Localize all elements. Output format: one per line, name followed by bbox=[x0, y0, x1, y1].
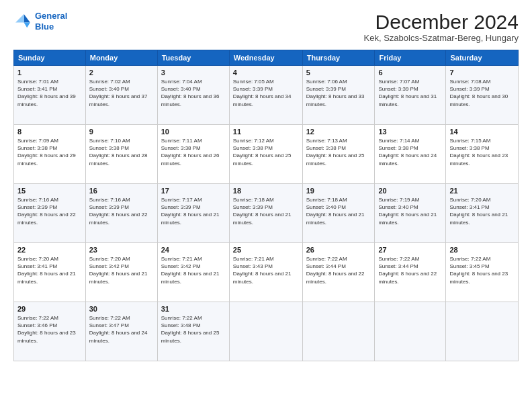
calendar-cell-22: 22 Sunrise: 7:20 AM Sunset: 3:41 PM Dayl… bbox=[14, 243, 86, 302]
day-info: Sunrise: 7:15 AM Sunset: 3:38 PM Dayligh… bbox=[449, 137, 515, 167]
day-info: Sunrise: 7:05 AM Sunset: 3:39 PM Dayligh… bbox=[233, 78, 299, 108]
calendar-cell-20: 20 Sunrise: 7:19 AM Sunset: 3:40 PM Dayl… bbox=[375, 184, 446, 243]
main-title: December 2024 bbox=[364, 11, 519, 33]
day-number: 29 bbox=[17, 305, 82, 313]
day-number: 10 bbox=[161, 128, 226, 136]
calendar-week-3: 15 Sunrise: 7:16 AM Sunset: 3:39 PM Dayl… bbox=[14, 184, 519, 243]
day-number: 30 bbox=[89, 305, 154, 313]
calendar-cell-24: 24 Sunrise: 7:21 AM Sunset: 3:42 PM Dayl… bbox=[157, 243, 229, 302]
col-wednesday: Wednesday bbox=[229, 50, 302, 66]
day-info: Sunrise: 7:22 AM Sunset: 3:47 PM Dayligh… bbox=[89, 314, 154, 345]
day-number: 18 bbox=[233, 187, 299, 195]
day-number: 9 bbox=[89, 128, 154, 136]
calendar-cell-13: 13 Sunrise: 7:14 AM Sunset: 3:38 PM Dayl… bbox=[375, 125, 446, 184]
calendar-cell-18: 18 Sunrise: 7:18 AM Sunset: 3:39 PM Dayl… bbox=[229, 184, 302, 243]
day-number: 25 bbox=[233, 246, 299, 254]
logo: General Blue bbox=[13, 11, 67, 32]
day-number: 20 bbox=[378, 187, 442, 195]
day-number: 13 bbox=[378, 128, 442, 136]
calendar-cell-6: 6 Sunrise: 7:07 AM Sunset: 3:39 PM Dayli… bbox=[375, 66, 446, 125]
day-info: Sunrise: 7:09 AM Sunset: 3:38 PM Dayligh… bbox=[17, 137, 82, 167]
col-monday: Monday bbox=[85, 50, 157, 66]
calendar-cell-15: 15 Sunrise: 7:16 AM Sunset: 3:39 PM Dayl… bbox=[14, 184, 86, 243]
calendar-week-2: 8 Sunrise: 7:09 AM Sunset: 3:38 PM Dayli… bbox=[14, 125, 519, 184]
day-number: 28 bbox=[449, 246, 515, 254]
day-number: 3 bbox=[161, 68, 226, 77]
day-number: 14 bbox=[449, 128, 515, 136]
day-info: Sunrise: 7:16 AM Sunset: 3:39 PM Dayligh… bbox=[89, 196, 154, 226]
day-number: 12 bbox=[306, 128, 371, 136]
day-number: 27 bbox=[378, 246, 442, 254]
day-number: 7 bbox=[449, 68, 515, 77]
calendar-cell-26: 26 Sunrise: 7:22 AM Sunset: 3:44 PM Dayl… bbox=[302, 243, 375, 302]
day-info: Sunrise: 7:18 AM Sunset: 3:40 PM Dayligh… bbox=[306, 196, 371, 226]
col-friday: Friday bbox=[375, 50, 446, 66]
day-number: 17 bbox=[161, 187, 226, 195]
day-info: Sunrise: 7:16 AM Sunset: 3:39 PM Dayligh… bbox=[17, 196, 82, 226]
col-sunday: Sunday bbox=[14, 50, 86, 66]
calendar-cell-12: 12 Sunrise: 7:13 AM Sunset: 3:38 PM Dayl… bbox=[302, 125, 375, 184]
calendar-cell-8: 8 Sunrise: 7:09 AM Sunset: 3:38 PM Dayli… bbox=[14, 125, 86, 184]
day-info: Sunrise: 7:08 AM Sunset: 3:39 PM Dayligh… bbox=[449, 78, 515, 108]
day-info: Sunrise: 7:04 AM Sunset: 3:40 PM Dayligh… bbox=[161, 78, 226, 108]
day-number: 24 bbox=[161, 246, 226, 254]
calendar-cell-2: 2 Sunrise: 7:02 AM Sunset: 3:40 PM Dayli… bbox=[85, 66, 157, 125]
day-info: Sunrise: 7:20 AM Sunset: 3:41 PM Dayligh… bbox=[17, 255, 82, 285]
calendar-cell-9: 9 Sunrise: 7:10 AM Sunset: 3:38 PM Dayli… bbox=[85, 125, 157, 184]
calendar-cell-10: 10 Sunrise: 7:11 AM Sunset: 3:38 PM Dayl… bbox=[157, 125, 229, 184]
day-info: Sunrise: 7:21 AM Sunset: 3:42 PM Dayligh… bbox=[161, 255, 226, 285]
subtitle: Kek, Szabolcs-Szatmar-Bereg, Hungary bbox=[364, 33, 519, 43]
calendar-cell-1: 1 Sunrise: 7:01 AM Sunset: 3:41 PM Dayli… bbox=[14, 66, 86, 125]
day-info: Sunrise: 7:18 AM Sunset: 3:39 PM Dayligh… bbox=[233, 196, 299, 226]
day-number: 15 bbox=[17, 187, 82, 195]
day-info: Sunrise: 7:01 AM Sunset: 3:41 PM Dayligh… bbox=[17, 78, 82, 108]
calendar-cell-25: 25 Sunrise: 7:21 AM Sunset: 3:43 PM Dayl… bbox=[229, 243, 302, 302]
day-info: Sunrise: 7:22 AM Sunset: 3:48 PM Dayligh… bbox=[161, 314, 226, 345]
day-number: 26 bbox=[306, 246, 371, 254]
header: General Blue December 2024 Kek, Szabolcs… bbox=[13, 11, 519, 43]
col-thursday: Thursday bbox=[302, 50, 375, 66]
calendar-cell-17: 17 Sunrise: 7:17 AM Sunset: 3:39 PM Dayl… bbox=[157, 184, 229, 243]
title-block: December 2024 Kek, Szabolcs-Szatmar-Bere… bbox=[364, 11, 519, 43]
day-info: Sunrise: 7:22 AM Sunset: 3:46 PM Dayligh… bbox=[17, 314, 82, 345]
day-number: 5 bbox=[306, 68, 371, 77]
calendar-cell-11: 11 Sunrise: 7:12 AM Sunset: 3:38 PM Dayl… bbox=[229, 125, 302, 184]
page: General Blue December 2024 Kek, Szabolcs… bbox=[0, 0, 532, 411]
day-number: 6 bbox=[378, 68, 442, 77]
calendar-cell-5: 5 Sunrise: 7:06 AM Sunset: 3:39 PM Dayli… bbox=[302, 66, 375, 125]
calendar-cell-31: 31 Sunrise: 7:22 AM Sunset: 3:48 PM Dayl… bbox=[157, 302, 229, 361]
calendar-header-row: Sunday Monday Tuesday Wednesday Thursday… bbox=[14, 50, 519, 66]
col-saturday: Saturday bbox=[446, 50, 519, 66]
svg-marker-2 bbox=[15, 14, 24, 22]
calendar-cell-empty bbox=[446, 302, 519, 361]
day-info: Sunrise: 7:11 AM Sunset: 3:38 PM Dayligh… bbox=[161, 137, 226, 167]
day-info: Sunrise: 7:19 AM Sunset: 3:40 PM Dayligh… bbox=[378, 196, 442, 226]
day-info: Sunrise: 7:20 AM Sunset: 3:42 PM Dayligh… bbox=[89, 255, 154, 285]
calendar-week-4: 22 Sunrise: 7:20 AM Sunset: 3:41 PM Dayl… bbox=[14, 243, 519, 302]
calendar-cell-14: 14 Sunrise: 7:15 AM Sunset: 3:38 PM Dayl… bbox=[446, 125, 519, 184]
day-info: Sunrise: 7:10 AM Sunset: 3:38 PM Dayligh… bbox=[89, 137, 154, 167]
calendar-cell-empty bbox=[229, 302, 302, 361]
day-info: Sunrise: 7:17 AM Sunset: 3:39 PM Dayligh… bbox=[161, 196, 226, 226]
day-number: 4 bbox=[233, 68, 299, 77]
calendar-cell-30: 30 Sunrise: 7:22 AM Sunset: 3:47 PM Dayl… bbox=[85, 302, 157, 361]
calendar-cell-empty bbox=[302, 302, 375, 361]
col-tuesday: Tuesday bbox=[157, 50, 229, 66]
svg-marker-1 bbox=[24, 22, 30, 28]
calendar-week-1: 1 Sunrise: 7:01 AM Sunset: 3:41 PM Dayli… bbox=[14, 66, 519, 125]
day-number: 23 bbox=[89, 246, 154, 254]
svg-marker-0 bbox=[24, 14, 30, 22]
calendar-week-5: 29 Sunrise: 7:22 AM Sunset: 3:46 PM Dayl… bbox=[14, 302, 519, 361]
calendar-cell-27: 27 Sunrise: 7:22 AM Sunset: 3:44 PM Dayl… bbox=[375, 243, 446, 302]
calendar-cell-empty bbox=[375, 302, 446, 361]
calendar-cell-3: 3 Sunrise: 7:04 AM Sunset: 3:40 PM Dayli… bbox=[157, 66, 229, 125]
calendar-cell-23: 23 Sunrise: 7:20 AM Sunset: 3:42 PM Dayl… bbox=[85, 243, 157, 302]
calendar-cell-29: 29 Sunrise: 7:22 AM Sunset: 3:46 PM Dayl… bbox=[14, 302, 86, 361]
day-info: Sunrise: 7:07 AM Sunset: 3:39 PM Dayligh… bbox=[378, 78, 442, 108]
day-info: Sunrise: 7:02 AM Sunset: 3:40 PM Dayligh… bbox=[89, 78, 154, 108]
logo-icon bbox=[13, 12, 32, 31]
day-info: Sunrise: 7:20 AM Sunset: 3:41 PM Dayligh… bbox=[449, 196, 515, 226]
logo-text: General Blue bbox=[35, 11, 67, 32]
calendar-cell-16: 16 Sunrise: 7:16 AM Sunset: 3:39 PM Dayl… bbox=[85, 184, 157, 243]
day-info: Sunrise: 7:06 AM Sunset: 3:39 PM Dayligh… bbox=[306, 78, 371, 108]
